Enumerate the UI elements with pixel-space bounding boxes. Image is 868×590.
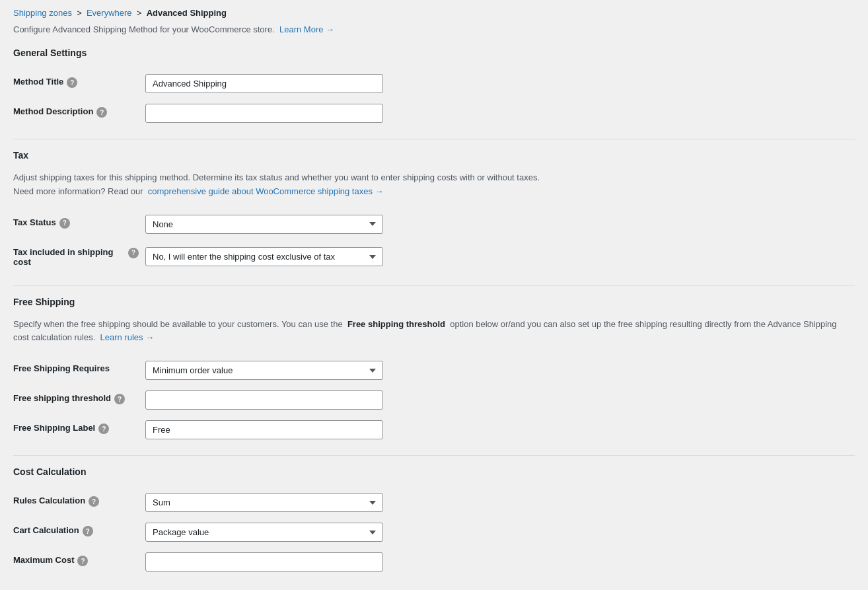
tax-status-help-icon[interactable]: ? — [59, 218, 70, 229]
tax-section-title: Tax — [13, 150, 855, 161]
maximum-cost-help-icon[interactable]: ? — [77, 556, 88, 566]
method-title-label: Method Title — [13, 77, 63, 87]
method-title-row: Method Title ? — [13, 69, 855, 98]
cost-calculation-title: Cost Calculation — [13, 466, 855, 477]
free-shipping-description: Specify when the free shipping should be… — [13, 318, 855, 346]
tax-description: Adjust shipping taxes for this shipping … — [13, 171, 855, 199]
cart-calculation-row: Cart Calculation ? Package value Cart su… — [13, 517, 855, 547]
method-description-input[interactable] — [145, 104, 383, 123]
method-title-input[interactable] — [145, 74, 383, 93]
shipping-zones-link[interactable]: Shipping zones — [13, 8, 72, 18]
tax-guide-link[interactable]: comprehensive guide about WooCommerce sh… — [148, 186, 384, 196]
tax-desc-line1: Adjust shipping taxes for this shipping … — [13, 172, 540, 182]
free-shipping-label-help-icon[interactable]: ? — [98, 424, 109, 434]
free-shipping-desc-pre: Specify when the free shipping should be… — [13, 319, 343, 329]
free-shipping-learn-rules-link[interactable]: Learn rules → — [100, 332, 155, 342]
tax-table: Tax Status ? None Taxable Not taxable Ta… — [13, 209, 855, 275]
free-shipping-label-label: Free Shipping Label — [13, 423, 95, 433]
learn-more-link[interactable]: Learn More → — [279, 24, 334, 34]
free-shipping-table: Free Shipping Requires Minimum order val… — [13, 355, 855, 445]
method-description-label: Method Description — [13, 106, 93, 116]
free-shipping-title: Free Shipping — [13, 297, 855, 307]
general-settings-title: General Settings — [13, 48, 855, 58]
everywhere-link[interactable]: Everywhere — [87, 8, 132, 18]
free-shipping-threshold-row: Free shipping threshold ? — [13, 385, 855, 415]
tax-included-select[interactable]: No, I will enter the shipping cost exclu… — [145, 247, 383, 266]
cost-calculation-table: Rules Calculation ? Sum Average Minimum … — [13, 488, 855, 577]
free-shipping-threshold-input[interactable] — [145, 390, 383, 410]
current-page: Advanced Shipping — [147, 8, 227, 18]
maximum-cost-row: Maximum Cost ? — [13, 547, 855, 577]
rules-calculation-help-icon[interactable]: ? — [89, 496, 99, 507]
method-description-row: Method Description ? — [13, 98, 855, 128]
free-shipping-threshold-bold: Free shipping threshold — [347, 319, 445, 329]
free-shipping-label-input[interactable] — [145, 420, 383, 439]
cart-calculation-select[interactable]: Package value Cart subtotal Cart total N… — [145, 523, 383, 542]
free-shipping-threshold-label: Free shipping threshold — [13, 393, 111, 403]
page-subtitle: Configure Advanced Shipping Method for y… — [13, 24, 855, 34]
subtitle-text: Configure Advanced Shipping Method for y… — [13, 24, 275, 34]
cart-calculation-label: Cart Calculation — [13, 525, 79, 535]
free-shipping-requires-row: Free Shipping Requires Minimum order val… — [13, 355, 855, 385]
free-shipping-label-row: Free Shipping Label ? — [13, 415, 855, 445]
method-title-help-icon[interactable]: ? — [67, 77, 77, 88]
rules-calculation-label: Rules Calculation — [13, 496, 85, 505]
general-settings-table: Method Title ? Method Description ? — [13, 69, 855, 128]
cart-calculation-help-icon[interactable]: ? — [83, 526, 93, 536]
rules-calculation-row: Rules Calculation ? Sum Average Minimum … — [13, 488, 855, 517]
breadcrumb: Shipping zones > Everywhere > Advanced S… — [13, 8, 855, 18]
free-shipping-threshold-help-icon[interactable]: ? — [114, 394, 125, 404]
maximum-cost-label: Maximum Cost — [13, 555, 74, 565]
free-shipping-requires-select[interactable]: Minimum order value Coupon Either coupon… — [145, 361, 383, 380]
maximum-cost-input[interactable] — [145, 552, 383, 572]
free-shipping-requires-label: Free Shipping Requires — [13, 363, 110, 373]
tax-included-label: Tax included in shipping cost — [13, 247, 125, 267]
tax-status-label: Tax Status — [13, 217, 56, 227]
tax-status-select[interactable]: None Taxable Not taxable — [145, 215, 383, 234]
tax-included-help-icon[interactable]: ? — [128, 248, 139, 258]
method-description-help-icon[interactable]: ? — [96, 107, 107, 118]
tax-status-row: Tax Status ? None Taxable Not taxable — [13, 209, 855, 239]
tax-desc-line2: Need more information? Read our — [13, 186, 143, 196]
tax-included-row: Tax included in shipping cost ? No, I wi… — [13, 239, 855, 275]
rules-calculation-select[interactable]: Sum Average Minimum Maximum — [145, 493, 383, 512]
